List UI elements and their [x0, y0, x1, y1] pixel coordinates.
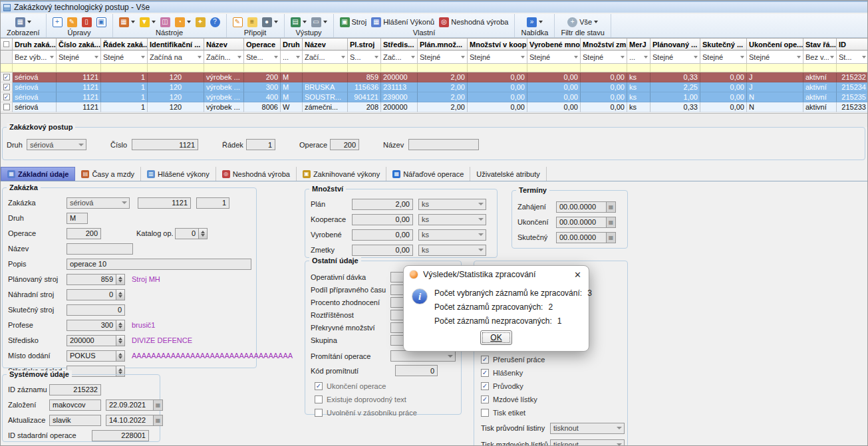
filter-select[interactable]: Bez v...: [803, 51, 837, 64]
col-header[interactable]: Číslo zaká...: [57, 39, 101, 51]
name-field[interactable]: [408, 139, 479, 150]
calendar-button[interactable]: ▦: [607, 232, 616, 243]
chevron-down-icon[interactable]: [27, 21, 31, 23]
col-header[interactable]: Řádek zaká...: [101, 39, 148, 51]
media-button[interactable]: ●: [262, 17, 278, 27]
column-settings-button[interactable]: ▦: [119, 17, 135, 27]
zakazka-number-field[interactable]: 1121: [138, 197, 191, 209]
row-select-cell[interactable]: ✓: [1, 92, 13, 102]
print-button[interactable]: ▭: [311, 17, 327, 27]
filter-select[interactable]: Zač...: [381, 51, 418, 64]
col-header[interactable]: Množství zm...: [581, 39, 627, 51]
col-header[interactable]: MerJ: [627, 39, 651, 51]
row-select-cell[interactable]: ✓: [1, 102, 13, 112]
order-number-field[interactable]: 1121: [132, 139, 198, 150]
filter-input[interactable]: [244, 64, 281, 72]
help-button[interactable]: ?: [210, 17, 220, 27]
col-header[interactable]: Operace: [244, 39, 281, 51]
close-icon[interactable]: ✕: [572, 270, 583, 280]
order-line-field[interactable]: 1: [246, 139, 275, 150]
chevron-down-icon[interactable]: [539, 21, 543, 23]
filter-select[interactable]: Stejné: [747, 51, 803, 64]
filter-input[interactable]: [204, 64, 244, 72]
filter-select[interactable]: Začín...: [204, 51, 244, 64]
checkbox-row[interactable]: ✓Tisk etiket: [481, 406, 627, 419]
filter-select[interactable]: Začíná na: [148, 51, 204, 64]
filter-button[interactable]: ▼: [140, 17, 156, 27]
filter-select[interactable]: Stejné: [468, 51, 527, 64]
edit-record-button[interactable]: ✎: [67, 17, 77, 27]
checkbox-icon[interactable]: ✓: [481, 382, 489, 390]
row-checkbox[interactable]: ✓: [3, 84, 10, 90]
quantity-value-field[interactable]: 0,00: [352, 214, 413, 225]
skutecny-stroj-field[interactable]: 0: [67, 304, 125, 316]
list-button[interactable]: ≡: [247, 17, 257, 27]
term-date-field[interactable]: 00.00.0000: [556, 217, 607, 228]
col-header[interactable]: Název: [303, 39, 348, 51]
operace-field[interactable]: 200: [67, 228, 101, 239]
operation-field[interactable]: 200: [330, 139, 359, 150]
nonconforming-button[interactable]: ◎Neshodná výroba: [439, 17, 508, 27]
tab-times-wages[interactable]: ▤Časy a mzdy: [75, 167, 141, 181]
filter-input[interactable]: [651, 64, 700, 72]
col-header[interactable]: Pl.stroj: [348, 39, 381, 51]
row-checkbox[interactable]: ✓: [3, 94, 10, 100]
select-all-header[interactable]: [1, 39, 13, 51]
checkbox-row[interactable]: ✓Průvodky: [481, 380, 627, 393]
col-header[interactable]: Vyrobené mno...: [527, 39, 581, 51]
filter-input[interactable]: [418, 64, 468, 72]
row-select-cell[interactable]: ✓: [1, 72, 13, 82]
grid-row[interactable]: ✓sériová11211120výrobek ...400MSOUSTR...…: [1, 92, 868, 102]
tab-booked-outputs[interactable]: ▣Zaknihované výkony: [297, 167, 386, 181]
unit-select[interactable]: ks: [418, 229, 486, 241]
unit-select[interactable]: ks: [418, 245, 486, 256]
grid-row[interactable]: ✓sériová11211120výrobek ...8006Wzámečni.…: [1, 102, 868, 112]
print-mode-select[interactable]: tisknout: [550, 439, 625, 446]
promitani-select[interactable]: [390, 350, 456, 362]
filter-input[interactable]: [1, 64, 13, 72]
filter-input[interactable]: [837, 64, 868, 72]
spinner-button[interactable]: [116, 350, 125, 362]
zakazka-type-select[interactable]: sériová: [67, 197, 130, 209]
row-checkbox[interactable]: ✓: [3, 104, 10, 110]
filter-input[interactable]: [348, 64, 381, 72]
note-button[interactable]: ✎: [233, 17, 243, 27]
chevron-down-icon[interactable]: [323, 21, 327, 23]
filter-input[interactable]: [101, 64, 148, 72]
tab-basic-data[interactable]: ▦Základní údaje: [1, 167, 75, 181]
zakazka-line-field[interactable]: 1: [196, 197, 229, 209]
col-header[interactable]: ID: [837, 39, 868, 51]
spinner-button[interactable]: [116, 274, 125, 285]
col-header[interactable]: Ukončení ope...: [747, 39, 803, 51]
filter-select[interactable]: St...: [837, 51, 868, 64]
filter-input[interactable]: [381, 64, 418, 72]
nahradni-stroj-field[interactable]: 0: [67, 289, 116, 300]
col-header[interactable]: Druh zaká...: [13, 39, 57, 51]
menu-button[interactable]: »: [527, 17, 543, 27]
col-header[interactable]: Druh: [281, 39, 303, 51]
checkbox-row[interactable]: ✓Uvolnění v zásobníku práce: [315, 406, 461, 419]
filter-select[interactable]: Stejné: [700, 51, 747, 64]
filter-select[interactable]: Začí...: [303, 51, 348, 64]
spinner-button[interactable]: [116, 335, 125, 346]
filter-select[interactable]: Stejné: [418, 51, 468, 64]
nazev-field[interactable]: [67, 243, 133, 255]
filter-input[interactable]: [303, 64, 348, 72]
tab-nonconforming[interactable]: ◎Neshodná výroba: [216, 167, 297, 181]
calendar-button[interactable]: ▦: [154, 415, 163, 426]
filter-select[interactable]: S...: [348, 51, 381, 64]
druh-field[interactable]: M: [67, 213, 88, 224]
filter-input[interactable]: [581, 64, 627, 72]
grid-row[interactable]: ✓sériová11211120výrobek ...200M859200000…: [1, 72, 868, 82]
calendar-button[interactable]: ▦: [607, 201, 616, 213]
checkbox-icon[interactable]: ✓: [315, 395, 323, 403]
work-reports-button[interactable]: ▦Hlášení Výkonů: [371, 17, 434, 27]
delete-record-button[interactable]: ▯: [82, 17, 92, 27]
checkbox-row[interactable]: ✓Ukončení operace: [315, 380, 461, 393]
export-button[interactable]: ▤: [291, 17, 307, 27]
quantity-value-field[interactable]: 0,00: [352, 245, 413, 256]
col-header[interactable]: Plánovaný ...: [651, 39, 700, 51]
filter-input[interactable]: [148, 64, 204, 72]
unit-select[interactable]: ks: [418, 214, 486, 225]
filter-input[interactable]: [700, 64, 747, 72]
